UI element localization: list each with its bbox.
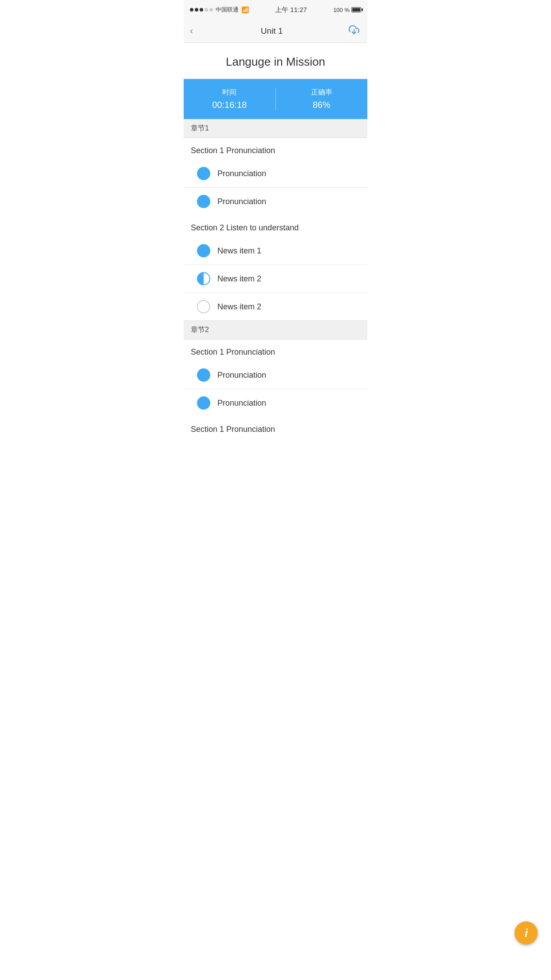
signal-dot-1 — [190, 8, 193, 12]
status-icon-full — [197, 368, 210, 382]
status-bar: 中国联通 📶 上午 11:27 100 % — [184, 0, 367, 20]
battery-icon — [351, 7, 361, 12]
status-icon-full — [197, 195, 210, 208]
item-label: Pronunciation — [217, 371, 266, 380]
signal-dot-5 — [209, 8, 213, 12]
chapters-container: 章节1Section 1 PronunciationPronunciationP… — [184, 119, 367, 439]
signal-dots — [190, 8, 213, 12]
item-label: Pronunciation — [217, 169, 266, 178]
accuracy-value: 86% — [313, 100, 331, 110]
time-label: 时间 — [222, 88, 236, 97]
list-item[interactable]: News item 1 — [184, 237, 367, 265]
nav-title: Unit 1 — [261, 26, 283, 36]
battery-percent: 100 % — [333, 7, 350, 13]
list-item[interactable]: Pronunciation — [184, 160, 367, 187]
page-title: Languge in Mission — [193, 55, 358, 69]
page-title-section: Languge in Mission — [184, 43, 367, 79]
item-label: News item 1 — [217, 246, 261, 256]
nav-bar: ‹ Unit 1 — [184, 20, 367, 43]
time-value: 00:16:18 — [212, 100, 247, 110]
stat-time: 时间 00:16:18 — [184, 88, 276, 110]
download-button[interactable] — [347, 23, 361, 39]
status-icon-full — [197, 244, 210, 257]
carrier-label: 中国联通 — [216, 6, 239, 14]
item-label: Pronunciation — [217, 399, 266, 408]
list-item[interactable]: News item 2 — [184, 265, 367, 292]
item-label: Pronunciation — [217, 197, 266, 206]
status-icon-half — [197, 272, 210, 285]
chapter-header-0: 章节1 — [184, 119, 367, 138]
stat-accuracy: 正确率 86% — [276, 88, 368, 110]
status-time: 上午 11:27 — [275, 6, 307, 14]
section-title-0-0: Section 1 Pronunciation — [184, 138, 367, 160]
section-title-1-1: Section 1 Pronunciation — [184, 417, 367, 439]
chapter-header-1: 章节2 — [184, 320, 367, 340]
signal-dot-2 — [195, 8, 198, 12]
list-item[interactable]: Pronunciation — [184, 361, 367, 389]
section-title-0-1: Section 2 Listen to understand — [184, 215, 367, 237]
accuracy-label: 正确率 — [311, 88, 332, 97]
item-label: News item 2 — [217, 274, 261, 284]
list-item[interactable]: Pronunciation — [184, 389, 367, 417]
items-group-0-1: News item 1News item 2News item 2 — [184, 237, 367, 320]
status-left: 中国联通 📶 — [190, 6, 249, 14]
items-group-0-0: PronunciationPronunciation — [184, 160, 367, 215]
status-icon-empty — [197, 300, 210, 313]
section-title-1-0: Section 1 Pronunciation — [184, 340, 367, 361]
signal-dot-3 — [200, 8, 203, 12]
signal-dot-4 — [205, 8, 208, 12]
item-label: News item 2 — [217, 302, 261, 312]
list-item[interactable]: Pronunciation — [184, 187, 367, 215]
status-icon-full — [197, 167, 210, 180]
list-item[interactable]: News item 2 — [184, 292, 367, 320]
back-button[interactable]: ‹ — [190, 24, 197, 39]
stats-bar: 时间 00:16:18 正确率 86% — [184, 79, 367, 119]
items-group-1-0: PronunciationPronunciation — [184, 361, 367, 417]
status-right: 100 % — [333, 7, 361, 13]
wifi-icon: 📶 — [241, 6, 249, 13]
status-icon-full — [197, 396, 210, 410]
